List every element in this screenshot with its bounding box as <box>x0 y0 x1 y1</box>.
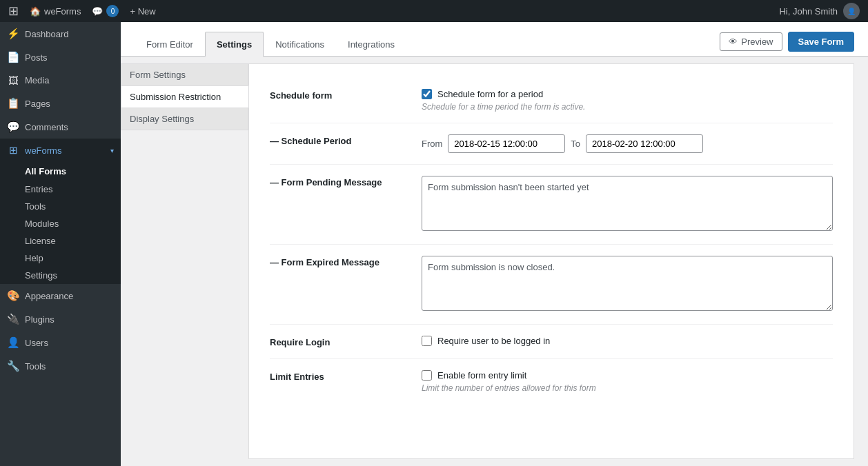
settings-nav: Form Settings Submission Restriction Dis… <box>121 57 248 466</box>
settings-nav-submission-restriction[interactable]: Submission Restriction <box>121 85 248 108</box>
limit-entries-checkbox-row: Enable form entry limit <box>422 370 833 381</box>
comments-icon: 💬 <box>7 121 19 133</box>
expired-message-label: — Form Expired Message <box>270 256 408 267</box>
settings-nav-display-settings[interactable]: Display Settings <box>121 108 248 130</box>
home-icon: 🏠 <box>30 6 41 17</box>
require-login-checkbox[interactable] <box>422 336 432 346</box>
form-row-pending-message: — Form Pending Message Form submission h… <box>270 165 833 245</box>
avatar[interactable]: 👤 <box>843 3 860 19</box>
sidebar-item-label: Comments <box>25 122 68 132</box>
sidebar-item-modules[interactable]: Modules <box>0 215 121 232</box>
sidebar-item-weforms[interactable]: ⊞ weForms ▾ <box>0 139 121 162</box>
users-icon: 👤 <box>7 336 19 349</box>
save-form-button[interactable]: Save Form <box>788 32 854 52</box>
preview-button[interactable]: 👁 Preview <box>720 32 782 51</box>
settings-layout: Form Settings Submission Restriction Dis… <box>121 57 868 466</box>
sidebar-item-users[interactable]: 👤 Users <box>0 331 121 354</box>
user-greeting: Hi, John Smith <box>779 6 838 17</box>
settings-panel: Schedule form Schedule form for a period… <box>248 63 854 459</box>
schedule-period-control: From To <box>422 134 833 153</box>
sidebar-item-plugins[interactable]: 🔌 Plugins <box>0 307 121 331</box>
sidebar-item-pages[interactable]: 📋 Pages <box>0 92 121 115</box>
limit-entries-control: Enable form entry limit Limit the number… <box>422 370 833 393</box>
schedule-form-control: Schedule form for a period Schedule for … <box>422 89 833 112</box>
limit-entries-checkbox-label: Enable form entry limit <box>437 370 526 381</box>
admin-sidebar: ⚡ Dashboard 📄 Posts 🖼 Media 📋 Pages 💬 Co… <box>0 22 121 466</box>
weforms-submenu: All Forms Entries Tools Modules License … <box>0 162 121 284</box>
form-row-limit-entries: Limit Entries Enable form entry limit Li… <box>270 359 833 404</box>
pending-message-textarea[interactable]: Form submission hasn't been started yet <box>422 176 833 231</box>
new-content-button[interactable]: + New <box>130 6 155 17</box>
sidebar-item-label: Posts <box>25 52 48 63</box>
require-login-label: Require Login <box>270 336 408 347</box>
chevron-icon: ▾ <box>110 147 114 154</box>
form-row-schedule-period: — Schedule Period From To <box>270 123 833 165</box>
tab-notifications[interactable]: Notifications <box>264 32 336 57</box>
schedule-form-checkbox[interactable] <box>422 89 432 99</box>
sidebar-item-tools2[interactable]: 🔧 Tools <box>0 354 121 378</box>
sidebar-item-label: Plugins <box>25 314 55 325</box>
settings-nav-form-settings[interactable]: Form Settings <box>121 63 248 85</box>
wp-logo-icon: ⊞ <box>8 3 19 19</box>
sidebar-item-label: Users <box>25 338 48 348</box>
posts-icon: 📄 <box>7 51 19 63</box>
site-name[interactable]: 🏠 weForms <box>30 6 81 17</box>
form-row-require-login: Require Login Require user to be logged … <box>270 325 833 359</box>
tools-icon: 🔧 <box>7 360 19 372</box>
schedule-form-hint: Schedule for a time period the form is a… <box>422 102 833 112</box>
content-area: Form Editor Settings Notifications Integ… <box>121 22 868 466</box>
require-login-checkbox-label: Require user to be logged in <box>437 336 550 346</box>
pending-message-label: — Form Pending Message <box>270 176 408 188</box>
appearance-icon: 🎨 <box>7 290 19 302</box>
sidebar-item-dashboard[interactable]: ⚡ Dashboard <box>0 22 121 45</box>
expired-message-textarea[interactable]: Form submission is now closed. <box>422 256 833 311</box>
require-login-control: Require user to be logged in <box>422 336 833 346</box>
sidebar-item-media[interactable]: 🖼 Media <box>0 69 121 92</box>
sidebar-item-appearance[interactable]: 🎨 Appearance <box>0 284 121 307</box>
tab-integrations[interactable]: Integrations <box>336 32 406 57</box>
sidebar-item-posts[interactable]: 📄 Posts <box>0 45 121 69</box>
form-row-schedule-form: Schedule form Schedule form for a period… <box>270 78 833 123</box>
sidebar-item-tools[interactable]: Tools <box>0 198 121 215</box>
sidebar-item-label: weForms <box>25 145 61 156</box>
admin-bar-right: Hi, John Smith 👤 <box>779 3 860 19</box>
from-label: From <box>422 139 442 149</box>
tab-form-editor[interactable]: Form Editor <box>135 32 205 57</box>
form-row-expired-message: — Form Expired Message Form submission i… <box>270 245 833 325</box>
sidebar-item-label: Media <box>25 75 49 85</box>
sidebar-item-label: Dashboard <box>25 29 69 39</box>
sidebar-item-entries[interactable]: Entries <box>0 181 121 198</box>
sidebar-item-comments[interactable]: 💬 Comments <box>0 115 121 139</box>
tab-bar: Form Editor Settings Notifications Integ… <box>121 22 868 57</box>
admin-bar: ⊞ 🏠 weForms 💬 0 + New Hi, John Smith 👤 <box>0 0 868 22</box>
weforms-icon: ⊞ <box>7 144 19 156</box>
comments-link[interactable]: 💬 0 <box>92 5 119 17</box>
date-range-row: From To <box>422 134 833 153</box>
expired-message-control: Form submission is now closed. <box>422 256 833 313</box>
sidebar-item-settings[interactable]: Settings <box>0 267 121 284</box>
require-login-checkbox-row: Require user to be logged in <box>422 336 833 346</box>
pages-icon: 📋 <box>7 97 19 110</box>
plugins-icon: 🔌 <box>7 313 19 325</box>
eye-icon: 👁 <box>729 37 738 47</box>
sidebar-item-allforms[interactable]: All Forms <box>0 162 121 181</box>
sidebar-item-label: Pages <box>25 99 50 109</box>
tab-actions: 👁 Preview Save Form <box>720 32 854 56</box>
schedule-form-checkbox-label: Schedule form for a period <box>437 89 543 99</box>
to-date-input[interactable] <box>586 134 703 153</box>
tab-settings[interactable]: Settings <box>205 32 264 57</box>
comment-icon: 💬 <box>92 6 103 17</box>
sidebar-item-license[interactable]: License <box>0 232 121 250</box>
limit-entries-label: Limit Entries <box>270 370 408 382</box>
to-label: To <box>571 139 580 149</box>
schedule-form-label: Schedule form <box>270 89 408 101</box>
dashboard-icon: ⚡ <box>7 28 19 40</box>
sidebar-item-help[interactable]: Help <box>0 250 121 267</box>
limit-entries-checkbox[interactable] <box>422 370 432 381</box>
limit-entries-hint: Limit the number of entries allowed for … <box>422 383 833 393</box>
from-date-input[interactable] <box>448 134 565 153</box>
schedule-form-checkbox-row: Schedule form for a period <box>422 89 833 99</box>
media-icon: 🖼 <box>7 74 19 86</box>
schedule-period-label: — Schedule Period <box>270 134 408 146</box>
sidebar-item-label: Appearance <box>25 291 73 301</box>
